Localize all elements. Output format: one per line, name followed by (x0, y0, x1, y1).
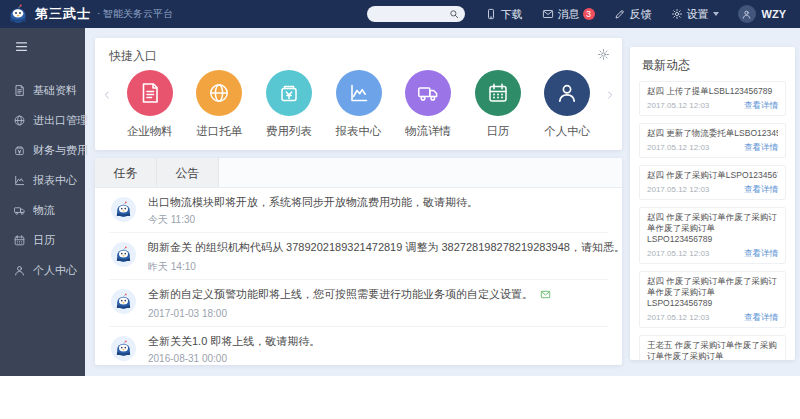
phone-icon (485, 8, 497, 20)
mascot-avatar (111, 336, 136, 361)
activity-time: 2017.05.12 12:03 (647, 185, 709, 194)
calendar-icon (486, 81, 510, 105)
doc-icon (138, 81, 162, 105)
tab[interactable]: 公告 (157, 158, 219, 187)
quick-entry-item[interactable]: 企业物料 (115, 70, 185, 139)
mascot-icon (115, 340, 132, 357)
quick-entry-title: 快捷入口 (109, 48, 157, 65)
activity-list-item[interactable]: 赵四 作废了采购订单作废了采购订单作废了采购订单LSPO123456789 20… (639, 271, 786, 328)
sidebar-item[interactable]: 物流 (0, 195, 85, 225)
search-input[interactable] (376, 9, 449, 20)
activity-list-item[interactable]: 赵四 上传了提单LSBL123456789 2017.05.12 12:03 查… (639, 81, 786, 116)
header-nav-item[interactable]: 下载 (485, 7, 523, 22)
task-text: 全新关关1.0 即将上线，敬请期待。 (148, 334, 320, 349)
tab-label: 任务 (114, 166, 138, 180)
header-search[interactable] (367, 6, 465, 22)
sidebar-collapse-button[interactable] (0, 28, 85, 58)
menu-icon (14, 39, 29, 54)
mail-attachment-icon[interactable] (539, 290, 552, 302)
activity-list-item[interactable]: 赵四 作废了采购订单LSPO123456789 2017.05.12 12:03… (639, 165, 786, 200)
quick-entry-item[interactable]: 费用列表 (254, 70, 324, 139)
activity-list-item[interactable]: 王老五 作废了采购订单作废了采购订单作废了采购订单LSPO123456789 2… (639, 335, 786, 360)
task-time: 2017-01-03 18:00 (148, 308, 552, 320)
mascot-icon (8, 4, 28, 24)
quick-entry-label: 费用列表 (254, 124, 324, 139)
quick-entry-settings-button[interactable] (597, 47, 610, 65)
quick-entry-item[interactable]: 报表中心 (324, 70, 394, 139)
view-details-link[interactable]: 查看详情 (744, 100, 778, 112)
doc-icon (13, 84, 26, 97)
quick-entry-item[interactable]: 日历 (463, 70, 533, 139)
mail-icon (542, 8, 554, 20)
header-nav-item[interactable]: 反馈 (614, 7, 652, 22)
quick-entry-panel: 快捷入口 企业物料 (95, 38, 622, 150)
quick-entry-item[interactable]: 进口托单 (185, 70, 255, 139)
task-time: 今天 11:30 (148, 214, 478, 226)
nav-item-label: 设置 (687, 7, 709, 22)
brand-name: 第三武士 (35, 5, 91, 23)
activity-list-item[interactable]: 赵四 更新了物流委托单LSBO123456789 2017.05.12 12:0… (639, 123, 786, 158)
view-details-link[interactable]: 查看详情 (744, 312, 778, 324)
carousel-next-button[interactable] (602, 86, 618, 104)
quick-entry-label: 日历 (463, 124, 533, 139)
mascot-avatar (111, 289, 136, 314)
view-details-link[interactable]: 查看详情 (744, 142, 778, 154)
quick-entry-item[interactable]: 个人中心 (532, 70, 602, 139)
task-time: 2016-08-31 00:00 (148, 353, 320, 365)
task-list-item[interactable]: 出口物流模块即将开放，系统将同步开放物流费用功能，敬请期待。 今天 11:30 (109, 188, 608, 233)
task-text: 出口物流模块即将开放，系统将同步开放物流费用功能，敬请期待。 (148, 195, 478, 210)
header-nav-item[interactable]: 消息 3 (542, 7, 595, 22)
gear-icon (671, 8, 683, 20)
sidebar-item[interactable]: 基础资料 (0, 75, 85, 105)
sidebar-item[interactable]: 财务与费用 (0, 135, 85, 165)
avatar[interactable] (738, 5, 756, 23)
sidebar: 基础资料 进出口管理 财务与费用 报表中心 物流 日历 (0, 28, 85, 376)
chart-icon (347, 81, 371, 105)
sidebar-item[interactable]: 个人中心 (0, 255, 85, 285)
app-window: 第三武士 · 智能关务云平台 下载 消息 3 反 (0, 0, 800, 376)
globe-icon (207, 81, 231, 105)
carousel-prev-button[interactable] (99, 86, 115, 104)
mascot-icon (115, 201, 132, 218)
quick-entry-label: 进口托单 (185, 124, 255, 139)
truck-icon (13, 204, 26, 217)
task-list-item[interactable]: 全新关关1.0 即将上线，敬请期待。 2016-08-31 00:00 (109, 327, 608, 365)
activity-text: 赵四 作废了采购订单作废了采购订单作废了采购订单LSPO123456789 (647, 212, 778, 245)
quick-entry-label: 个人中心 (532, 124, 602, 139)
pen-icon (614, 8, 626, 20)
chevron-down-icon (713, 12, 719, 16)
brand-logo[interactable]: 第三武士 · 智能关务云平台 (8, 4, 173, 24)
tab[interactable]: 任务 (95, 158, 157, 187)
sidebar-item[interactable]: 报表中心 (0, 165, 85, 195)
header-nav-item[interactable]: 设置 (671, 7, 719, 22)
activity-list-item[interactable]: 赵四 作废了采购订单作废了采购订单作废了采购订单LSPO123456789 20… (639, 207, 786, 264)
sidebar-menu: 基础资料 进出口管理 财务与费用 报表中心 物流 日历 (0, 75, 85, 285)
sidebar-item-label: 个人中心 (33, 263, 77, 278)
task-text: 朗新金关 的组织机构代码从 3789202189321472819 调整为 38… (148, 240, 622, 257)
chevron-right-icon (605, 90, 615, 100)
activity-time: 2017.05.12 12:03 (647, 143, 709, 152)
quick-entry-label: 企业物料 (115, 124, 185, 139)
activity-text: 赵四 上传了提单LSBL123456789 (647, 86, 778, 97)
sidebar-item[interactable]: 日历 (0, 225, 85, 255)
task-list-item[interactable]: 全新的自定义预警功能即将上线，您可按照需要进行功能业务项的自定义设置。 2017… (109, 280, 608, 327)
quick-entry-label: 报表中心 (324, 124, 394, 139)
user-name: WZY (762, 8, 786, 20)
user-menu[interactable]: WZY (738, 5, 786, 23)
person-icon (741, 9, 752, 20)
sidebar-item[interactable]: 进出口管理 (0, 105, 85, 135)
person-icon (555, 81, 579, 105)
quick-entry-item[interactable]: 物流详情 (393, 70, 463, 139)
view-details-link[interactable]: 查看详情 (744, 248, 778, 260)
quick-entry-carousel: 企业物料 进口托单 费用列表 (95, 65, 622, 139)
nav-item-label: 下载 (501, 7, 523, 22)
view-details-link[interactable]: 查看详情 (744, 184, 778, 196)
calendar-icon (13, 234, 26, 247)
latest-activity-panel: 最新动态 赵四 上传了提单LSBL123456789 2017.05.12 12… (630, 47, 795, 360)
search-icon[interactable] (449, 9, 459, 19)
money-icon (13, 144, 26, 157)
task-list-item[interactable]: 朗新金关 的组织机构代码从 3789202189321472819 调整为 38… (109, 233, 608, 280)
nav-item-label: 消息 (558, 7, 580, 22)
message-count-badge: 3 (583, 8, 595, 20)
truck-icon (416, 81, 440, 105)
